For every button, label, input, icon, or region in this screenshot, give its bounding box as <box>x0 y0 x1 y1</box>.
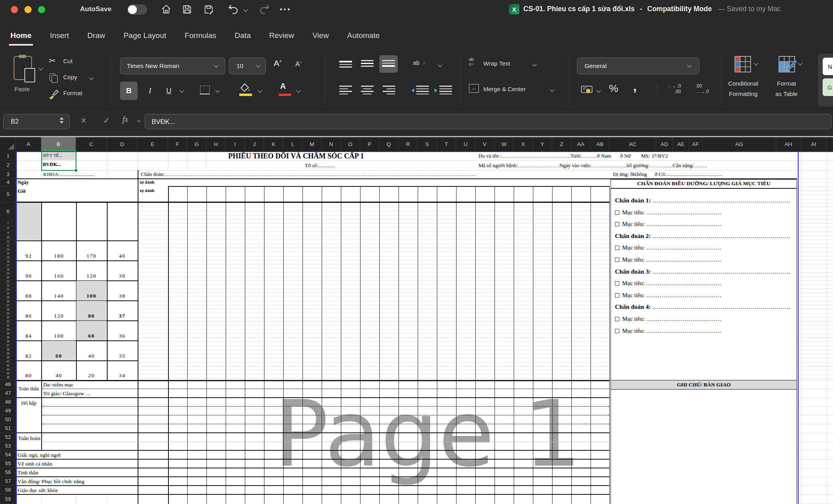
row-header-10[interactable]: 10 <box>0 235 16 240</box>
vital-cell-r2c3[interactable]: 120 <box>76 261 106 280</box>
goal-line[interactable]: Mục tiêu: ………………………………… <box>615 218 797 230</box>
vital-cell-r2c2[interactable]: 160 <box>42 261 76 280</box>
vital-cell-r1c1[interactable]: 92 <box>16 241 41 260</box>
vital-cell-r6c3[interactable]: 40 <box>76 341 106 360</box>
accounting-dropdown-icon[interactable] <box>596 88 601 92</box>
underline-dropdown-icon[interactable] <box>179 88 184 92</box>
minimize-button[interactable] <box>24 6 32 13</box>
font-size-select[interactable]: 10 <box>229 58 266 74</box>
style-good[interactable]: G <box>823 78 833 96</box>
vital-cell-r1c3[interactable]: 170 <box>76 241 106 260</box>
cell-ngay[interactable]: Ngày <box>18 180 42 186</box>
column-header-H[interactable]: H <box>206 137 226 151</box>
goal-line[interactable]: Mục tiêu: ………………………………… <box>615 206 797 218</box>
tab-home[interactable]: Home <box>10 29 32 42</box>
column-header-R[interactable]: R <box>398 137 418 151</box>
checkbox-icon[interactable] <box>615 246 619 250</box>
row-header-18[interactable]: 18 <box>0 268 16 272</box>
checkbox-icon[interactable] <box>615 222 619 226</box>
row-header-6[interactable]: 6 <box>0 202 16 221</box>
font-name-dropdown-icon[interactable] <box>214 63 218 67</box>
column-header-I[interactable]: I <box>226 137 245 151</box>
row-header-21[interactable]: 21 <box>0 280 16 284</box>
column-header-W[interactable]: W <box>495 137 514 151</box>
underline-button[interactable]: U <box>161 82 177 100</box>
row-header-38[interactable]: 38 <box>0 348 16 352</box>
vital-cell-r1c2[interactable]: 180 <box>42 241 76 260</box>
row-header-40[interactable]: 40 <box>0 356 16 360</box>
row-header-56[interactable]: 56 <box>0 468 16 477</box>
row-header-44[interactable]: 44 <box>0 372 16 376</box>
column-header-Y[interactable]: Y <box>533 137 552 151</box>
vital-cell-r4c4[interactable]: 37 <box>107 301 137 320</box>
column-header-AH[interactable]: AH <box>776 137 801 151</box>
cell-khoa[interactable]: KHOA:........................... <box>43 171 139 178</box>
row-header-49[interactable]: 49 <box>0 406 16 415</box>
row-header-31[interactable]: 31 <box>0 320 16 324</box>
section-toan-than[interactable]: Toàn thân <box>16 380 41 398</box>
vital-cell-r5c1[interactable]: 84 <box>16 321 41 340</box>
select-all-corner[interactable] <box>0 137 16 151</box>
increase-decimal-icon[interactable]: ←←.0.00 <box>667 83 681 94</box>
column-header-A[interactable]: A <box>16 137 41 151</box>
row-header-54[interactable]: 54 <box>0 450 16 459</box>
row-header-30[interactable]: 30 <box>0 316 16 320</box>
row-header-12[interactable]: 12 <box>0 244 16 248</box>
goal-line[interactable]: Mục tiêu: ………………………………… <box>615 313 797 325</box>
column-header-AG[interactable]: AG <box>703 137 776 151</box>
format-as-table-dropdown-icon[interactable] <box>798 61 802 65</box>
column-header-AE[interactable]: AE <box>673 137 689 151</box>
cell-chan-doan[interactable]: Chẩn đoán:………………………………………………………………………………… <box>141 171 609 178</box>
font-name-select[interactable]: Times New Roman <box>120 58 225 74</box>
merge-center-button[interactable]: ↔ Merge & Center <box>469 83 573 99</box>
align-bottom-button[interactable] <box>379 55 398 73</box>
save-as-icon[interactable] <box>203 4 214 16</box>
row-header-57[interactable]: 57 <box>0 477 16 486</box>
column-header-AI[interactable]: AI <box>801 137 827 151</box>
number-format-select[interactable]: General <box>577 58 699 74</box>
column-header-K[interactable]: K <box>264 137 283 151</box>
row-header-5[interactable]: 5 <box>0 186 16 202</box>
goal-line[interactable]: Mục tiêu: ………………………………… <box>615 289 797 301</box>
undo-dropdown-icon[interactable] <box>243 7 248 12</box>
section-da-niem-mac[interactable]: Da/ niêm mạc <box>43 382 163 388</box>
row-header-3[interactable]: 3 <box>0 170 16 178</box>
italic-button[interactable]: I <box>142 82 158 100</box>
diagnosis-line[interactable]: Chẩn đoán 3: …………………………………………………………… <box>615 266 797 278</box>
section-van-dong[interactable]: Vận động/ Phục hồi chức năng <box>18 478 138 485</box>
row-header-8[interactable]: 8 <box>0 226 16 230</box>
cell-ma-so[interactable]: Mã số người bệnh:……………………Ngày vào viện:…… <box>479 162 833 169</box>
vital-cell-r4c3[interactable]: 80 <box>76 301 106 320</box>
column-header-AB[interactable]: AB <box>591 137 610 151</box>
vital-cell-r2c1[interactable]: 90 <box>16 261 41 280</box>
copy-dropdown-icon[interactable] <box>89 75 93 80</box>
column-header-N[interactable]: N <box>322 137 341 151</box>
vital-cell-r5c4[interactable]: 36 <box>107 321 137 340</box>
row-header-25[interactable]: 25 <box>0 296 16 300</box>
column-header-Q[interactable]: Q <box>379 137 398 151</box>
column-header-C[interactable]: C <box>76 137 107 151</box>
section-giao-duc[interactable]: Giáo dục sức khỏe <box>18 487 138 494</box>
row-header-27[interactable]: 27 <box>0 304 16 308</box>
row-header-28[interactable]: 28 <box>0 308 16 312</box>
row-header-16[interactable]: 16 <box>0 260 16 264</box>
function-dropdown-icon[interactable] <box>137 119 140 122</box>
autosave-toggle[interactable] <box>127 4 147 15</box>
font-color-dropdown-icon[interactable] <box>296 88 300 92</box>
conditional-formatting-dropdown-icon[interactable] <box>754 61 758 65</box>
row-header-59[interactable]: 59 <box>0 494 16 504</box>
row-header-45[interactable]: 45 <box>0 376 16 380</box>
align-middle-icon[interactable] <box>361 60 374 67</box>
column-header-M[interactable]: M <box>302 137 322 151</box>
undo-icon[interactable] <box>227 4 239 17</box>
vital-cell-r3c1[interactable]: 88 <box>16 281 41 300</box>
copy-button[interactable]: Copy <box>48 73 112 85</box>
ghi-chu-body[interactable] <box>611 390 797 504</box>
row-header-39[interactable]: 39 <box>0 352 16 356</box>
row-header-23[interactable]: 23 <box>0 288 16 292</box>
row-header-37[interactable]: 37 <box>0 344 16 348</box>
column-header-L[interactable]: L <box>283 137 302 151</box>
conditional-formatting-button[interactable]: Conditional Formatting <box>725 54 773 106</box>
selection-fill-handle[interactable] <box>74 169 78 172</box>
align-top-icon[interactable] <box>339 61 352 68</box>
